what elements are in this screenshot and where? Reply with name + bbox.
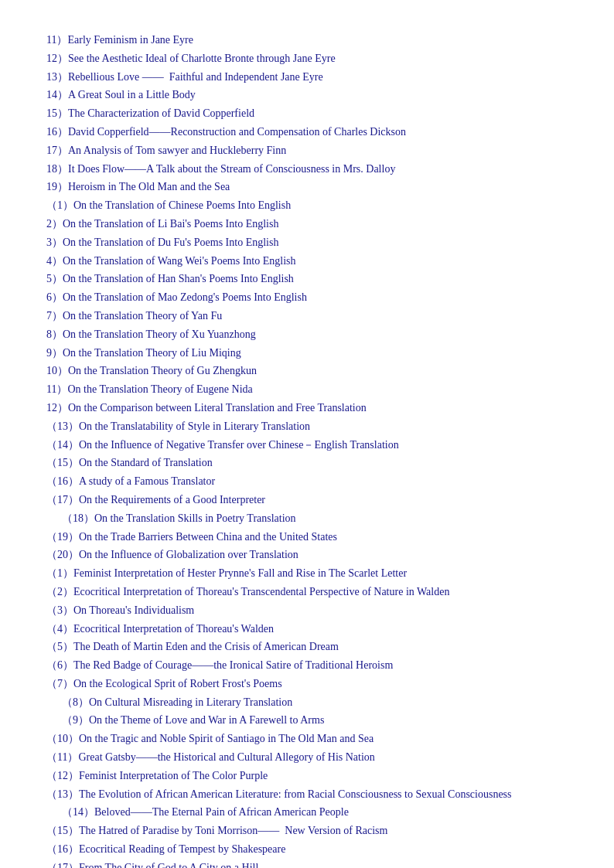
item-t8: 8）On the Translation Theory of Xu Yuanzh… <box>46 325 568 344</box>
item-19: 19）Heroism in The Old Man and the Sea <box>46 178 568 196</box>
item-t2: 2）On the Translation of Li Bai's Poems I… <box>46 215 568 233</box>
item-s12: （12）Feminist Interpretation of The Color… <box>46 767 568 785</box>
item-t14: （14）On the Influence of Negative Transfe… <box>46 436 568 454</box>
item-15: 15）The Characterization of David Copperf… <box>46 104 568 123</box>
item-t12: 12）On the Comparison between Literal Tra… <box>46 399 568 417</box>
item-16: 16）David Copperfield——Reconstruction and… <box>46 123 568 141</box>
item-t10: 10）On the Translation Theory of Gu Zheng… <box>46 362 568 380</box>
item-s15: （15）The Hatred of Paradise by Toni Morri… <box>46 822 568 840</box>
item-s7: （7）On the Ecological Sprit of Robert Fro… <box>46 675 568 693</box>
item-t11: 11）On the Translation Theory of Eugene N… <box>46 380 568 399</box>
item-s17: （17）From The City of God to A City on a … <box>46 859 568 868</box>
item-t7: 7）On the Translation Theory of Yan Fu <box>46 307 568 325</box>
item-s6: （6）The Red Badge of Courage——the Ironica… <box>46 656 568 675</box>
item-t17: （17）On the Requirements of a Good Interp… <box>46 491 568 509</box>
item-s2: （2）Ecocritical Interpretation of Thoreau… <box>46 583 568 601</box>
item-t15: （15）On the Standard of Translation <box>46 454 568 472</box>
item-s10: （10）On the Tragic and Noble Spirit of Sa… <box>46 730 568 748</box>
item-14: 14）A Great Soul in a Little Body <box>46 86 568 104</box>
item-t4: 4）On the Translation of Wang Wei's Poems… <box>46 252 568 271</box>
item-t13: （13）On the Translatability of Style in L… <box>46 417 568 436</box>
item-s5: （5）The Death of Martin Eden and the Cris… <box>46 638 568 656</box>
item-s14: （14）Beloved——The Eternal Pain of African… <box>62 803 568 822</box>
item-s4: （4）Ecocritical Interpretation of Thoreau… <box>46 620 568 638</box>
item-s16: （16）Ecocritical Reading of Tempest by Sh… <box>46 840 568 859</box>
item-18: 18）It Does Flow——A Talk about the Stream… <box>46 160 568 179</box>
item-11: 11）Early Feminism in Jane Eyre <box>46 31 568 49</box>
item-t18: （18）On the Translation Skills in Poetry … <box>62 509 568 528</box>
content: 11）Early Feminism in Jane Eyre12）See the… <box>46 31 568 868</box>
item-s3: （3）On Thoreau's Individualism <box>46 601 568 620</box>
item-s11: （11）Great Gatsby——the Historical and Cul… <box>46 748 568 767</box>
item-t9: 9）On the Translation Theory of Liu Miqin… <box>46 344 568 363</box>
item-s13: （13）The Evolution of African American Li… <box>46 785 568 804</box>
item-t5: 5）On the Translation of Han Shan's Poems… <box>46 270 568 288</box>
item-17: 17）An Analysis of Tom sawyer and Huckleb… <box>46 141 568 160</box>
item-t3: 3）On the Translation of Du Fu's Poems In… <box>46 233 568 252</box>
item-t6: 6）On the Translation of Mao Zedong's Poe… <box>46 288 568 307</box>
item-s9: （9）On the Theme of Love and War in A Far… <box>62 711 568 730</box>
item-13: 13）Rebellious Love —— Faithful and Indep… <box>46 68 568 87</box>
item-s1: （1）Feminist Interpretation of Hester Pry… <box>46 564 568 583</box>
item-t16: （16）A study of a Famous Translator <box>46 472 568 491</box>
item-s8: （8）On Cultural Misreading in Literary Tr… <box>62 693 568 712</box>
item-t1: （1）On the Translation of Chinese Poems I… <box>46 196 568 215</box>
item-12: 12）See the Aesthetic Ideal of Charlotte … <box>46 49 568 68</box>
item-t19: （19）On the Trade Barriers Between China … <box>46 528 568 546</box>
item-t20: （20）On the Influence of Globalization ov… <box>46 546 568 564</box>
